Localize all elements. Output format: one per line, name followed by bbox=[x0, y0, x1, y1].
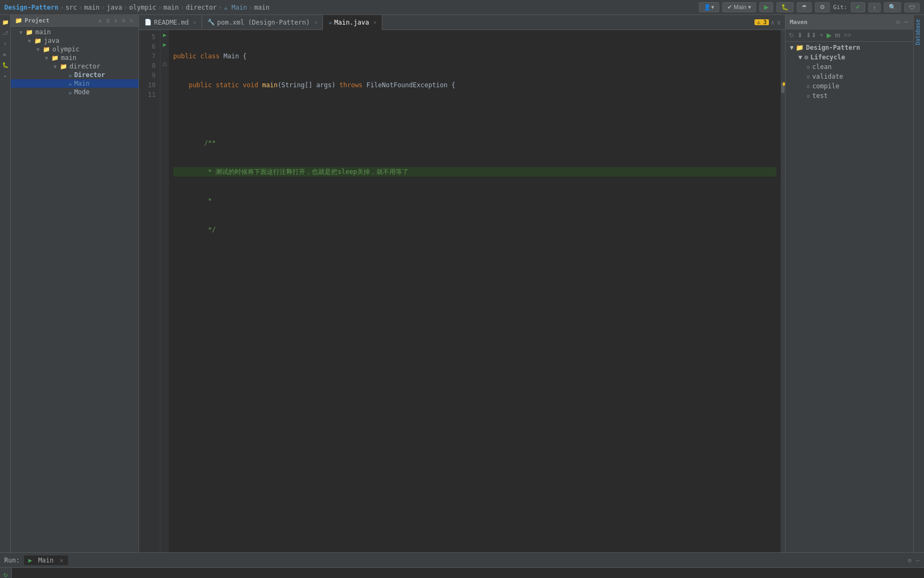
gutter-11 bbox=[160, 88, 169, 97]
maven-settings-btn[interactable]: ⚙ bbox=[895, 17, 901, 27]
panel-add-btn[interactable]: + bbox=[97, 17, 103, 24]
git-push-button[interactable]: ↑ bbox=[868, 3, 881, 12]
bookmark-icon[interactable]: ★ bbox=[1, 71, 10, 80]
maven-project[interactable]: ▼ 📁 Design-Pattern bbox=[786, 43, 913, 52]
debug-button[interactable]: 🐛 bbox=[776, 2, 794, 12]
maven-toolbar: ↻ ⬇ ⬇⬇ + ▶ m >> bbox=[786, 29, 913, 42]
readme-icon: 📄 bbox=[144, 19, 152, 26]
tab-pom-close[interactable]: ✕ bbox=[314, 19, 317, 25]
maven-test[interactable]: ⚙ test bbox=[786, 91, 913, 101]
run-button[interactable]: ▶ bbox=[759, 2, 773, 12]
vcs-button[interactable]: 👤▾ bbox=[699, 2, 719, 12]
line-numbers: 5 6 7 8 9 10 11 bbox=[139, 30, 160, 552]
run-gutter-5[interactable]: ▶ bbox=[160, 30, 169, 40]
maven-clean-icon: ⚙ bbox=[807, 64, 810, 70]
tree-item-director-class[interactable]: ☕ Director bbox=[11, 71, 138, 79]
commit-icon[interactable]: ⎇ bbox=[1, 28, 10, 37]
maven-clean-label: clean bbox=[812, 63, 831, 71]
shield-button[interactable]: 🛡 bbox=[904, 3, 920, 12]
maven-run-btn[interactable]: ▶ bbox=[826, 31, 833, 40]
maven-project-arrow: ▼ bbox=[790, 44, 794, 51]
maven-header: Maven ⚙ — bbox=[786, 15, 913, 29]
maven-project-icon: 📁 bbox=[796, 44, 804, 51]
run-panel-toolbar: ↻ ↑ ↓ ▶ ■ 📌 ≡ 📷 🔨 🗑 bbox=[0, 568, 12, 578]
tree-item-director-folder[interactable]: ▼ 📁 director bbox=[11, 62, 138, 71]
editor-scrollbar[interactable] bbox=[781, 30, 785, 552]
run-gutter-6[interactable]: ▶ bbox=[160, 40, 169, 49]
git-label: Git: bbox=[833, 4, 848, 11]
gutter-area: ▶ ▶ ○ bbox=[160, 30, 169, 552]
maven-lifecycle-label: Lifecycle bbox=[810, 54, 845, 61]
code-line-5: public class Main { bbox=[173, 51, 776, 61]
project-folder-icon: 📁 bbox=[15, 17, 22, 24]
title-bar: Design-Pattern › src › main › java › oly… bbox=[0, 0, 924, 15]
expand-btn[interactable]: ∧ bbox=[771, 19, 775, 26]
maven-more-btn[interactable]: >> bbox=[843, 31, 852, 40]
tab-readme[interactable]: 📄 README.md ✕ bbox=[139, 15, 202, 30]
maven-test-icon: ⚙ bbox=[807, 93, 810, 99]
tab-main-java[interactable]: ☕ Main.java ✕ bbox=[323, 15, 382, 30]
code-editor-wrapper: 5 6 7 8 9 10 11 ▶ ▶ ○ public class Main … bbox=[139, 30, 785, 552]
maven-refresh-btn[interactable]: ↻ bbox=[788, 31, 795, 40]
panel-settings-btn[interactable]: ⚙ bbox=[121, 17, 127, 24]
tab-main-java-label: Main.java bbox=[334, 19, 369, 26]
tree-item-main-file[interactable]: ☕ Main bbox=[11, 79, 138, 88]
maven-test-label: test bbox=[812, 92, 828, 100]
run-panel-settings[interactable]: ⚙ bbox=[908, 557, 912, 564]
maven-compile[interactable]: ⚙ compile bbox=[786, 81, 913, 91]
run-panel-close[interactable]: — bbox=[916, 557, 920, 564]
database-tab[interactable]: Database bbox=[914, 15, 924, 49]
maven-project-label: Design-Pattern bbox=[806, 44, 860, 51]
tab-main-close[interactable]: ✕ bbox=[373, 19, 376, 25]
code-line-10: * bbox=[173, 196, 776, 206]
tab-readme-close[interactable]: ✕ bbox=[193, 19, 196, 25]
tree-item-mode-class[interactable]: ☕ Mode bbox=[11, 88, 138, 96]
maven-download-btn[interactable]: ⬇ bbox=[796, 31, 804, 40]
git-check-button[interactable]: ✔ bbox=[851, 2, 865, 12]
tab-pom[interactable]: 🔧 pom.xml (Design-Pattern) ✕ bbox=[202, 15, 323, 30]
maven-validate-icon: ⚙ bbox=[807, 74, 810, 80]
code-line-7 bbox=[173, 109, 776, 119]
panel-sort-btn[interactable]: ↕ bbox=[113, 17, 119, 24]
maven-sidebar: Maven ⚙ — ↻ ⬇ ⬇⬇ + ▶ m >> ▼ 📁 Design-Pat… bbox=[785, 15, 913, 552]
maven-minus-btn[interactable]: — bbox=[903, 17, 909, 27]
gutter-8: ○ bbox=[160, 59, 169, 69]
maven-m-btn[interactable]: m bbox=[834, 31, 842, 40]
run-icon-side[interactable]: ▶ bbox=[1, 49, 10, 59]
maven-validate-label: validate bbox=[812, 73, 843, 80]
run-tab-close[interactable]: ✕ bbox=[60, 557, 64, 564]
warning-marker bbox=[783, 82, 785, 86]
collapse-btn[interactable]: ∨ bbox=[777, 19, 781, 26]
tree-item-olympic[interactable]: ▼ 📁 olympic bbox=[11, 45, 138, 54]
scrollbar-markers bbox=[783, 30, 785, 552]
code-content[interactable]: public class Main { public static void m… bbox=[169, 30, 781, 552]
panel-collapse-btn[interactable]: ≡ bbox=[105, 17, 111, 24]
maven-lifecycle-section[interactable]: ▼ ⚙ Lifecycle bbox=[786, 52, 913, 62]
search-button[interactable]: 🔍 bbox=[884, 2, 901, 12]
maven-lifecycle-arrow: ▼ bbox=[798, 54, 802, 61]
maven-download-all-btn[interactable]: ⬇⬇ bbox=[805, 31, 818, 40]
tab-pom-label: pom.xml (Design-Pattern) bbox=[217, 19, 310, 26]
coverage-button[interactable]: ☂ bbox=[797, 2, 812, 12]
code-line-9: * 测试的时候将下面这行注释打开，也就是把sleep关掉，就不用等了 bbox=[173, 167, 776, 177]
run-tab-label: Main bbox=[38, 557, 53, 564]
run-panel: Run: ▶ Main ✕ ⚙ — ↻ ↑ ↓ ▶ ■ 📌 ≡ 📷 🔨 🗑 cl… bbox=[0, 552, 924, 578]
pullreq-icon[interactable]: ⬆ bbox=[1, 39, 10, 48]
gutter-9 bbox=[160, 69, 169, 78]
rerun-btn[interactable]: ↻ bbox=[3, 570, 9, 578]
panel-close-btn[interactable]: ✕ bbox=[128, 17, 134, 24]
debug-icon-side[interactable]: 🐛 bbox=[1, 60, 10, 70]
tree-item-java[interactable]: ▼ 📁 java bbox=[11, 36, 138, 45]
run-panel-title: Run: bbox=[4, 557, 20, 564]
project-icon[interactable]: 📁 bbox=[1, 17, 10, 27]
maven-clean[interactable]: ⚙ clean bbox=[786, 62, 913, 72]
tree-item-main-sub[interactable]: ▼ 📁 main bbox=[11, 54, 138, 62]
maven-validate[interactable]: ⚙ validate bbox=[786, 72, 913, 81]
left-sidebar-icons: 📁 ⎇ ⬆ ▶ 🐛 ★ bbox=[0, 15, 11, 552]
maven-lifecycle-icon: ⚙ bbox=[804, 54, 808, 61]
run-panel-active-tab: ▶ Main ✕ bbox=[24, 556, 68, 565]
settings-button[interactable]: ⚙ bbox=[815, 2, 830, 12]
tree-item-main[interactable]: ▼ 📁 main bbox=[11, 28, 138, 36]
maven-add-btn[interactable]: + bbox=[819, 31, 825, 40]
run-config-button[interactable]: ✔ Main ▾ bbox=[722, 2, 756, 12]
